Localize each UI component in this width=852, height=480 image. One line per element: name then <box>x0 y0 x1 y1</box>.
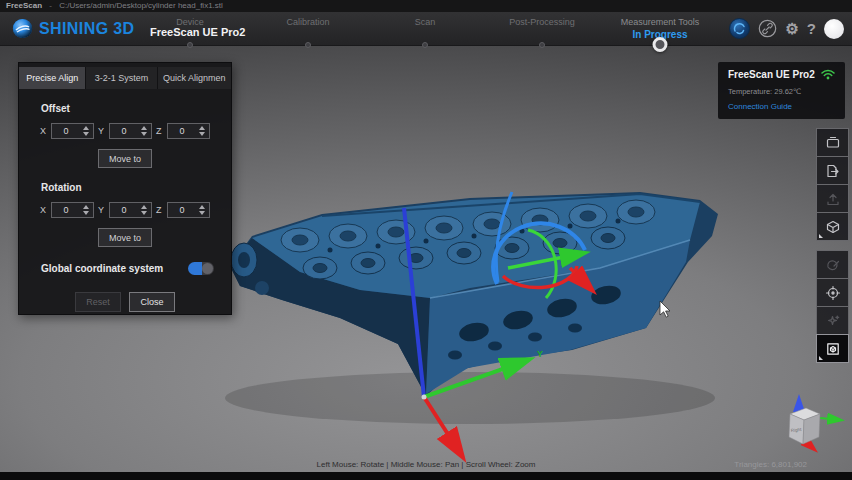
taskbar-strip <box>0 472 852 480</box>
flyout-corner-icon <box>819 356 823 360</box>
rotation-section-label: Rotation <box>41 182 231 193</box>
navigation-cube[interactable]: Right <box>789 398 841 450</box>
tab-measurement-tools[interactable]: Measurement Tools <box>621 17 699 27</box>
reset-button[interactable]: Reset <box>75 292 121 312</box>
offset-x-spinner <box>51 123 94 139</box>
spin-down-icon[interactable] <box>83 132 89 136</box>
triangle-count: Triangles: 6,801,902 <box>734 460 807 469</box>
product-name: FreeScan UE Pro2 <box>150 26 245 38</box>
upload-button[interactable] <box>816 184 849 213</box>
rotation-z-label: Z <box>156 205 163 215</box>
step-dot-device <box>187 42 193 48</box>
export-file-icon <box>825 163 841 179</box>
toolbar-right-group-1 <box>816 128 849 241</box>
connection-guide-link[interactable]: Connection Guide <box>728 102 835 111</box>
wifi-icon <box>821 69 835 80</box>
device-name: FreeScan UE Pro2 <box>728 69 815 80</box>
app-name: FreeScan <box>6 1 42 10</box>
magic-select-button[interactable] <box>816 306 849 335</box>
spin-down-icon[interactable] <box>83 211 89 215</box>
spin-up-icon[interactable] <box>199 126 205 130</box>
close-button[interactable]: Close <box>129 292 175 312</box>
rotation-y-label: Y <box>98 205 105 215</box>
offset-x-spin-buttons[interactable] <box>80 124 92 138</box>
tab-321-system[interactable]: 3-2-1 System <box>86 67 157 89</box>
rotation-x-spinner <box>51 202 94 218</box>
application-window: FreeScan - C:/Users/admin/Desktop/cylind… <box>0 0 852 480</box>
tab-quick-alignment[interactable]: Quick Alignmen <box>158 67 231 89</box>
rotation-x-label: X <box>40 205 47 215</box>
model-cylinder-head[interactable] <box>230 192 718 396</box>
axis-label-y: Y <box>537 349 543 359</box>
spin-up-icon[interactable] <box>83 205 89 209</box>
locate-target-button[interactable] <box>816 278 849 307</box>
model-cube-icon <box>825 219 841 235</box>
spin-up-icon[interactable] <box>199 205 205 209</box>
align-panel-tabs: Precise Align 3-2-1 System Quick Alignme… <box>19 67 231 89</box>
global-coordinate-label: Global coordinate system <box>41 263 163 274</box>
tab-precise-align[interactable]: Precise Align <box>19 67 86 89</box>
mesh-edit-button[interactable] <box>816 250 849 279</box>
tab-post-processing[interactable]: Post-Processing <box>509 17 575 27</box>
community-icon[interactable] <box>729 18 750 39</box>
offset-z-label: Z <box>156 126 163 136</box>
locate-target-icon <box>825 285 841 301</box>
rotation-z-spinner <box>167 202 210 218</box>
rotation-move-to-button[interactable]: Move to <box>98 228 152 247</box>
spin-down-icon[interactable] <box>199 211 205 215</box>
upload-icon <box>825 191 841 207</box>
tab-device[interactable]: Device <box>176 17 204 27</box>
global-coordinate-row: Global coordinate system <box>19 262 231 275</box>
scan-view-button[interactable] <box>816 128 849 157</box>
rotation-x-spin-buttons[interactable] <box>80 203 92 217</box>
help-icon[interactable]: ? <box>807 21 816 36</box>
rotation-y-spinner <box>109 202 152 218</box>
settings-gear-icon[interactable]: ⚙ <box>785 21 798 36</box>
spin-down-icon[interactable] <box>141 211 147 215</box>
open-file-path: C:/Users/admin/Desktop/cylinder head_fix… <box>59 1 223 10</box>
tab-calibration[interactable]: Calibration <box>286 17 329 27</box>
model-cube-button[interactable] <box>816 212 849 241</box>
toggle-knob <box>202 263 213 274</box>
device-status-panel: FreeScan UE Pro2 Temperature: 29.62℃ Con… <box>718 62 845 119</box>
offset-x-input[interactable] <box>52 124 80 138</box>
global-coordinate-toggle[interactable] <box>188 262 214 275</box>
toolbar-right-group-2 <box>816 250 849 363</box>
offset-y-spinner <box>109 123 152 139</box>
spin-up-icon[interactable] <box>83 126 89 130</box>
step-ring-active <box>653 37 668 52</box>
offset-move-to-button[interactable]: Move to <box>98 149 152 168</box>
viewport-3d[interactable]: Y Right <box>0 46 852 472</box>
rotation-x-input[interactable] <box>52 203 80 217</box>
user-avatar[interactable] <box>824 19 844 39</box>
mouse-cursor <box>660 301 670 317</box>
spin-down-icon[interactable] <box>199 132 205 136</box>
bounding-box-icon <box>825 341 841 357</box>
offset-y-input[interactable] <box>110 124 138 138</box>
offset-x-label: X <box>40 126 47 136</box>
rotation-y-spin-buttons[interactable] <box>138 203 150 217</box>
offset-z-spinner <box>167 123 210 139</box>
rotation-y-input[interactable] <box>110 203 138 217</box>
spin-down-icon[interactable] <box>141 132 147 136</box>
align-panel-buttons: Reset Close <box>19 292 231 312</box>
spin-up-icon[interactable] <box>141 205 147 209</box>
spin-up-icon[interactable] <box>141 126 147 130</box>
bounding-box-button[interactable] <box>816 334 849 363</box>
device-temperature: Temperature: 29.62℃ <box>728 87 835 96</box>
tab-scan[interactable]: Scan <box>415 17 436 27</box>
mesh-edit-icon <box>825 257 841 273</box>
rotation-z-input[interactable] <box>168 203 196 217</box>
rotation-z-spin-buttons[interactable] <box>196 203 208 217</box>
offset-z-spin-buttons[interactable] <box>196 124 208 138</box>
globe-logo-icon <box>12 18 33 39</box>
offset-z-input[interactable] <box>168 124 196 138</box>
export-file-button[interactable] <box>816 156 849 185</box>
offset-y-spin-buttons[interactable] <box>138 124 150 138</box>
brand-name: SHINING 3D <box>39 20 135 38</box>
offset-y-label: Y <box>98 126 105 136</box>
rotation-row: X Y Z <box>19 202 231 218</box>
window-titlebar: FreeScan - C:/Users/admin/Desktop/cylind… <box>0 0 852 12</box>
link-icon[interactable] <box>758 19 777 38</box>
step-dot-scan <box>422 42 428 48</box>
